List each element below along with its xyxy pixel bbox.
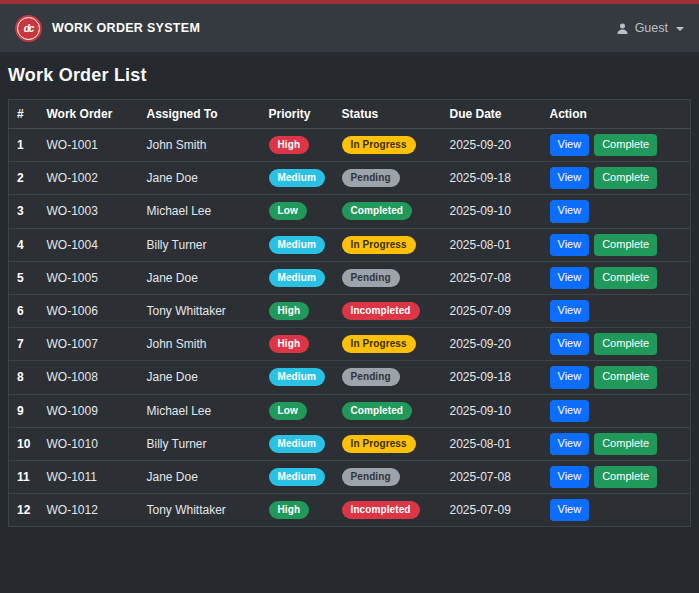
priority-cell: Medium — [261, 361, 334, 394]
status-badge: In Progress — [342, 236, 416, 254]
brand-title: WORK ORDER SYSTEM — [52, 21, 200, 35]
status-cell: In Progress — [334, 129, 442, 162]
due-date-cell: 2025-07-09 — [442, 294, 542, 327]
view-button[interactable]: View — [550, 300, 590, 322]
table-header-row: # Work Order Assigned To Priority Status… — [9, 100, 691, 129]
user-menu-dropdown[interactable]: Guest — [616, 21, 684, 35]
col-header-action: Action — [542, 100, 691, 129]
assigned-to-cell: Tony Whittaker — [139, 294, 261, 327]
work-order-cell: WO-1003 — [39, 195, 139, 228]
complete-button[interactable]: Complete — [594, 134, 657, 156]
logo-icon: dc — [15, 15, 42, 42]
status-cell: Pending — [334, 361, 442, 394]
priority-badge: High — [269, 136, 310, 154]
chevron-down-icon — [676, 27, 684, 31]
assigned-to-cell: John Smith — [139, 328, 261, 361]
priority-cell: Low — [261, 394, 334, 427]
priority-cell: Medium — [261, 460, 334, 493]
main-content: Work Order List # Work Order Assigned To… — [0, 65, 699, 527]
complete-button[interactable]: Complete — [594, 167, 657, 189]
complete-button[interactable]: Complete — [594, 366, 657, 388]
work-order-cell: WO-1007 — [39, 328, 139, 361]
complete-button[interactable]: Complete — [594, 433, 657, 455]
status-cell: Incompleted — [334, 294, 442, 327]
work-order-cell: WO-1005 — [39, 261, 139, 294]
action-cell: ViewComplete — [542, 261, 691, 294]
due-date-cell: 2025-08-01 — [442, 228, 542, 261]
table-row: 11 WO-1011 Jane Doe Medium Pending 2025-… — [9, 460, 691, 493]
status-cell: Pending — [334, 162, 442, 195]
complete-button[interactable]: Complete — [594, 466, 657, 488]
assigned-to-cell: Billy Turner — [139, 427, 261, 460]
table-row: 8 WO-1008 Jane Doe Medium Pending 2025-0… — [9, 361, 691, 394]
priority-cell: Medium — [261, 162, 334, 195]
view-button[interactable]: View — [550, 267, 590, 289]
table-row: 9 WO-1009 Michael Lee Low Completed 2025… — [9, 394, 691, 427]
status-cell: Pending — [334, 261, 442, 294]
priority-cell: High — [261, 328, 334, 361]
status-cell: Completed — [334, 394, 442, 427]
navbar: dc WORK ORDER SYSTEM Guest — [0, 4, 699, 52]
work-order-table: # Work Order Assigned To Priority Status… — [8, 99, 691, 527]
col-header-assigned-to: Assigned To — [139, 100, 261, 129]
view-button[interactable]: View — [550, 234, 590, 256]
action-cell: View — [542, 394, 691, 427]
brand-link[interactable]: dc WORK ORDER SYSTEM — [15, 15, 200, 42]
assigned-to-cell: Jane Doe — [139, 162, 261, 195]
action-cell: ViewComplete — [542, 228, 691, 261]
due-date-cell: 2025-07-09 — [442, 494, 542, 527]
complete-button[interactable]: Complete — [594, 267, 657, 289]
col-header-due-date: Due Date — [442, 100, 542, 129]
view-button[interactable]: View — [550, 333, 590, 355]
view-button[interactable]: View — [550, 200, 590, 222]
status-badge: Pending — [342, 169, 400, 187]
status-badge: In Progress — [342, 335, 416, 353]
due-date-cell: 2025-09-10 — [442, 394, 542, 427]
assigned-to-cell: John Smith — [139, 129, 261, 162]
view-button[interactable]: View — [550, 466, 590, 488]
due-date-cell: 2025-09-18 — [442, 361, 542, 394]
priority-cell: High — [261, 129, 334, 162]
priority-badge: Medium — [269, 236, 325, 254]
user-label: Guest — [635, 21, 668, 35]
col-header-status: Status — [334, 100, 442, 129]
assigned-to-cell: Tony Whittaker — [139, 494, 261, 527]
priority-cell: Medium — [261, 228, 334, 261]
priority-badge: Low — [269, 402, 307, 420]
view-button[interactable]: View — [550, 167, 590, 189]
due-date-cell: 2025-07-08 — [442, 261, 542, 294]
due-date-cell: 2025-09-18 — [442, 162, 542, 195]
status-cell: In Progress — [334, 228, 442, 261]
action-cell: ViewComplete — [542, 427, 691, 460]
action-cell: View — [542, 294, 691, 327]
view-button[interactable]: View — [550, 400, 590, 422]
row-number-cell: 3 — [9, 195, 39, 228]
complete-button[interactable]: Complete — [594, 234, 657, 256]
priority-badge: Medium — [269, 435, 325, 453]
assigned-to-cell: Jane Doe — [139, 261, 261, 294]
row-number-cell: 2 — [9, 162, 39, 195]
view-button[interactable]: View — [550, 134, 590, 156]
view-button[interactable]: View — [550, 366, 590, 388]
due-date-cell: 2025-09-20 — [442, 328, 542, 361]
row-number-cell: 4 — [9, 228, 39, 261]
table-body: 1 WO-1001 John Smith High In Progress 20… — [9, 129, 691, 527]
status-badge: In Progress — [342, 136, 416, 154]
status-badge: Incompleted — [342, 501, 420, 519]
status-cell: Completed — [334, 195, 442, 228]
status-badge: Pending — [342, 269, 400, 287]
due-date-cell: 2025-09-20 — [442, 129, 542, 162]
table-row: 1 WO-1001 John Smith High In Progress 20… — [9, 129, 691, 162]
view-button[interactable]: View — [550, 433, 590, 455]
assigned-to-cell: Jane Doe — [139, 460, 261, 493]
user-icon — [616, 22, 629, 35]
status-badge: Completed — [342, 402, 413, 420]
due-date-cell: 2025-09-10 — [442, 195, 542, 228]
table-row: 7 WO-1007 John Smith High In Progress 20… — [9, 328, 691, 361]
view-button[interactable]: View — [550, 499, 590, 521]
status-cell: In Progress — [334, 328, 442, 361]
work-order-cell: WO-1012 — [39, 494, 139, 527]
col-header-number: # — [9, 100, 39, 129]
complete-button[interactable]: Complete — [594, 333, 657, 355]
row-number-cell: 1 — [9, 129, 39, 162]
